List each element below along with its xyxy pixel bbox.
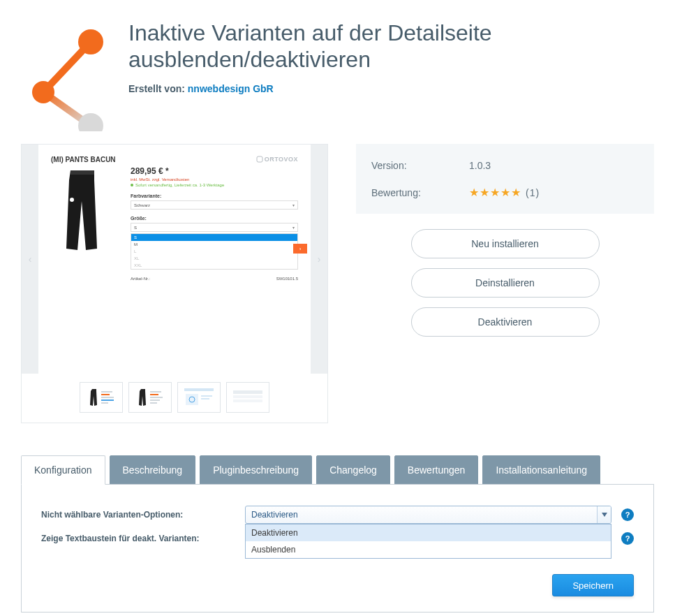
tab-bewertungen[interactable]: Bewertungen (394, 455, 479, 485)
author-link[interactable]: nnwebdesign GbR (188, 83, 274, 94)
svg-rect-13 (233, 390, 262, 394)
field1-label: Nicht wählbare Varianten-Optionen: (41, 510, 235, 520)
deactivate-button[interactable]: Deaktivieren (411, 307, 600, 337)
tab-pluginbeschreibung[interactable]: Pluginbeschreibung (200, 455, 312, 485)
tab-changelog[interactable]: Changelog (316, 455, 390, 485)
preview-product-image (51, 166, 114, 257)
preview-color-label: Farbvariante: (131, 193, 298, 198)
preview-size-label: Größe: (131, 216, 298, 221)
info-table: Version: 1.0.3 Bewertung: ★★★★★(1) (356, 144, 654, 214)
field1-input[interactable] (245, 506, 611, 524)
rating-stars: ★★★★★(1) (469, 186, 540, 199)
field1-option-deaktivieren[interactable]: Deaktivieren (246, 525, 611, 541)
preview-price: 289,95 € * (131, 166, 298, 176)
field2-label: Zeige Textbaustein für deakt. Varianten: (41, 534, 235, 543)
thumbnail-1[interactable] (80, 382, 123, 413)
config-panel: Nicht wählbare Varianten-Optionen: Deakt… (21, 484, 654, 613)
svg-rect-14 (233, 395, 262, 398)
version-value: 1.0.3 (469, 160, 639, 171)
svg-rect-11 (201, 395, 212, 397)
field2-help-icon[interactable]: ? (621, 532, 634, 545)
svg-rect-8 (184, 388, 214, 391)
tabs: Konfiguration Beschreibung Pluginbeschre… (21, 455, 654, 485)
cart-icon[interactable]: › (293, 244, 307, 254)
field1-dropdown-list: Deaktivieren Ausblenden (245, 524, 611, 559)
next-arrow[interactable]: › (311, 145, 327, 374)
install-button[interactable]: Neu installieren (411, 229, 600, 258)
preview-product-name: (MI) PANTS BACUN (51, 156, 116, 163)
preview-color-select[interactable]: Schwarz▾ (131, 200, 298, 210)
created-by: Erstellt von: nnwebdesign GbR (128, 83, 654, 94)
field1-option-ausblenden[interactable]: Ausblenden (246, 541, 611, 558)
field1-help-icon[interactable]: ? (621, 508, 634, 521)
preview-article-label: Artikel-Nr.: (131, 277, 150, 281)
rating-label: Bewertung: (371, 187, 469, 198)
thumbnail-4[interactable] (226, 382, 269, 413)
thumbnail-3[interactable] (177, 382, 221, 413)
field1-combo[interactable]: Deaktivieren Ausblenden (245, 506, 611, 524)
svg-rect-5 (257, 156, 262, 162)
svg-rect-15 (233, 399, 262, 402)
preview-size-select[interactable]: S▾ (131, 223, 298, 232)
version-label: Version: (371, 160, 469, 171)
save-button[interactable]: Speichern (552, 574, 634, 596)
preview-price-note: inkl. MwSt. zzgl. Versandkosten (131, 177, 298, 182)
tab-beschreibung[interactable]: Beschreibung (110, 455, 196, 485)
svg-point-7 (70, 198, 74, 202)
svg-rect-6 (71, 170, 94, 175)
screenshot-preview: ‹ (MI) PANTS BACUN ORTOVOX (21, 144, 328, 423)
plugin-logo (21, 20, 112, 131)
preview-shipping: Sofort versandfertig, Lieferzeit ca. 1-3… (131, 183, 298, 187)
preview-size-dropdown[interactable]: S M L XL XXL › (131, 233, 298, 270)
prev-arrow[interactable]: ‹ (22, 145, 38, 374)
preview-article-value: SW10101.5 (276, 277, 298, 281)
thumbnail-2[interactable] (128, 382, 172, 413)
tab-konfiguration[interactable]: Konfiguration (21, 455, 105, 485)
svg-point-3 (32, 81, 54, 103)
preview-brand: ORTOVOX (256, 156, 298, 163)
uninstall-button[interactable]: Deinstallieren (411, 268, 600, 298)
svg-rect-9 (186, 394, 198, 405)
svg-rect-12 (201, 398, 209, 399)
field1-dropdown-trigger[interactable] (597, 506, 611, 523)
page-title: Inaktive Varianten auf der Detailseite a… (128, 20, 654, 73)
tab-installationsanleitung[interactable]: Installationsanleitung (482, 455, 600, 485)
svg-point-2 (78, 29, 103, 54)
